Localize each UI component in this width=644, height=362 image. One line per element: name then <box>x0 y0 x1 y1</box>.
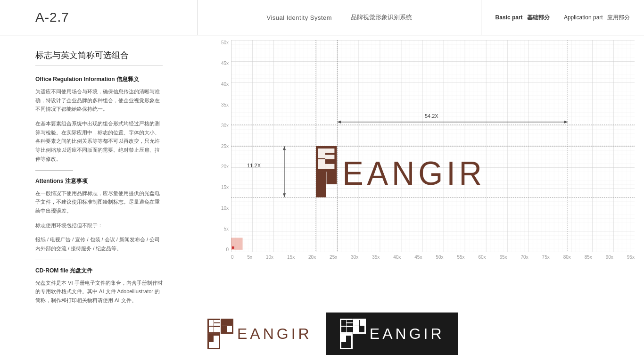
y-label-50: 50x <box>207 40 229 45</box>
x-70: 70x <box>521 255 528 260</box>
info-title: Office Regulation Information 信息释义 <box>35 75 163 83</box>
svg-rect-24 <box>325 164 335 169</box>
grid-svg: EANGIR <box>231 40 635 252</box>
y-label-5: 5x <box>207 226 229 231</box>
x-45: 45x <box>414 255 422 260</box>
x-10: 10x <box>266 255 273 260</box>
x-80: 80x <box>563 255 571 260</box>
logo-dark: EANGIR <box>326 313 458 355</box>
vis-label: Visual Identity System <box>266 14 332 21</box>
page-code: A-2.7 <box>35 10 69 25</box>
nav-app[interactable]: Application part 应用部分 <box>564 14 630 22</box>
y-label-20: 20x <box>207 164 229 169</box>
x-axis: 0 5x 10x 15x 20x 25x 30x 35x 40x 45x 50x… <box>231 252 635 266</box>
info-body2: 在基本要素组合系统中出现的组合形式均经过严格的测算与检验。在实际应用中，标志的位… <box>35 119 163 163</box>
x-95: 95x <box>627 255 635 260</box>
x-90: 90x <box>606 255 613 260</box>
y-label-25: 25x <box>207 144 229 149</box>
svg-rect-55 <box>355 320 359 326</box>
cdrom-title: CD-ROM file 光盘文件 <box>35 267 163 275</box>
svg-rect-31 <box>232 247 234 249</box>
y-label-0: 0 <box>207 247 229 252</box>
attention-body3: 报纸 / 电视广告 / 宣传 / 包装 / 会议 / 新闻发布会 / 公司内外部… <box>35 235 163 253</box>
divider1 <box>35 170 73 171</box>
brand-name-dark: EANGIR <box>370 325 445 343</box>
grid-area: EANGIR 54.2X 11.2X <box>231 40 635 252</box>
x-20: 20x <box>308 255 316 260</box>
svg-rect-39 <box>214 327 220 332</box>
logo-light: EANGIR <box>207 319 312 349</box>
attention-title: Attentions 注意事项 <box>35 177 163 185</box>
svg-rect-57 <box>355 326 359 332</box>
x-60: 60x <box>478 255 486 260</box>
svg-rect-21 <box>325 148 335 153</box>
svg-rect-27 <box>316 185 326 197</box>
header: A-2.7 Visual Identity System 品牌视觉形象识别系统 … <box>0 0 644 35</box>
x-50: 50x <box>436 255 443 260</box>
svg-rect-49 <box>341 320 346 326</box>
x-25: 25x <box>330 255 337 260</box>
divider2 <box>35 260 73 260</box>
svg-rect-37 <box>214 323 220 326</box>
header-right: Basic part 基础部分 Application part 应用部分 <box>481 0 644 35</box>
svg-rect-35 <box>209 320 214 326</box>
svg-rect-26 <box>327 172 337 184</box>
y-axis: 0 5x 10x 15x 20x 25x 30x 35x 40x 45x 50x <box>207 40 231 252</box>
svg-rect-41 <box>222 320 227 326</box>
svg-rect-52 <box>341 327 346 332</box>
x-35: 35x <box>372 255 380 260</box>
right-panel: 0 5x 10x 15x 20x 25x 30x 35x 40x 45x 50x <box>198 35 644 362</box>
svg-rect-43 <box>222 326 227 332</box>
y-label-45: 45x <box>207 61 229 66</box>
grid-chart: 0 5x 10x 15x 20x 25x 30x 35x 40x 45x 50x <box>207 40 635 266</box>
svg-rect-25 <box>316 172 326 184</box>
svg-rect-50 <box>347 320 353 322</box>
left-panel: 标志与英文简称可选组合 Office Regulation Informatio… <box>0 35 198 362</box>
svg-rect-42 <box>227 320 232 326</box>
svg-rect-38 <box>209 327 214 332</box>
svg-rect-59 <box>341 336 346 342</box>
dim-54-label: 54.2X <box>425 113 438 119</box>
svg-rect-51 <box>347 323 353 326</box>
logo-icon-dark <box>340 319 366 349</box>
svg-rect-56 <box>360 320 364 326</box>
header-center: Visual Identity System 品牌视觉形象识别系统 <box>198 0 481 35</box>
svg-rect-22 <box>325 155 335 159</box>
x-55: 55x <box>457 255 464 260</box>
svg-rect-45 <box>209 336 214 342</box>
x-0: 0 <box>231 255 234 260</box>
dim-11-label: 11.2X <box>247 163 261 168</box>
svg-rect-23 <box>318 159 325 169</box>
brand-icon-dark-svg <box>340 319 366 349</box>
logo-preview-area: EANGIR <box>207 305 635 362</box>
header-left: A-2.7 <box>0 0 198 35</box>
svg-rect-1 <box>231 40 635 252</box>
x-65: 65x <box>499 255 507 260</box>
logo-icon-light <box>207 319 233 349</box>
y-label-30: 30x <box>207 123 229 128</box>
attention-body2: 标志使用环境包括但不限于： <box>35 221 163 230</box>
brand-icon-light-svg <box>207 319 233 349</box>
svg-rect-53 <box>347 327 353 332</box>
x-15: 15x <box>287 255 295 260</box>
y-label-10: 10x <box>207 206 229 211</box>
y-label-15: 15x <box>207 185 229 190</box>
vis-cn: 品牌视觉形象识别系统 <box>351 13 412 22</box>
brand-name-light: EANGIR <box>237 325 312 343</box>
x-75: 75x <box>542 255 550 260</box>
section-title: 标志与英文简称可选组合 <box>35 47 163 66</box>
x-30: 30x <box>351 255 358 260</box>
y-label-40: 40x <box>207 82 229 87</box>
attention-body1: 在一般情况下使用品牌标志，应尽量使用提供的光盘电子文件，不建议使用标准制图绘制标… <box>35 189 163 215</box>
svg-text:EANGIR: EANGIR <box>342 155 486 191</box>
nav-basic[interactable]: Basic part 基础部分 <box>495 14 550 22</box>
cdrom-body: 光盘文件是本 VI 手册电子文件的集合，内含手册制作时的专用软件格式文件。其中 … <box>35 279 163 305</box>
x-85: 85x <box>585 255 592 260</box>
svg-rect-36 <box>214 320 220 322</box>
y-label-35: 35x <box>207 102 229 107</box>
info-body1: 为适应不同使用场合与环境，确保信息传达的清晰与准确，特设计了企业品牌的多种组合，… <box>35 87 163 114</box>
x-40: 40x <box>393 255 401 260</box>
svg-rect-20 <box>318 148 325 158</box>
x-5: 5x <box>247 255 252 260</box>
